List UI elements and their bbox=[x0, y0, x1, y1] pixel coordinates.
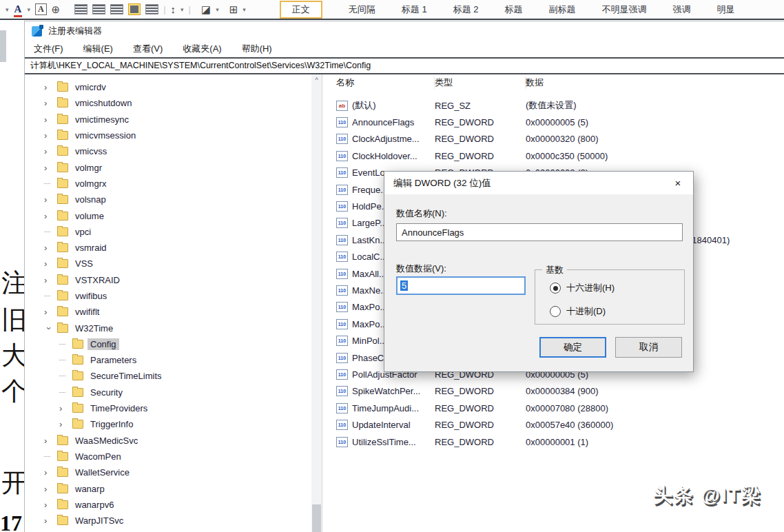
tree-item[interactable]: › WaaSMedicSvc bbox=[25, 433, 322, 449]
radio-decimal[interactable]: 十进制(D) bbox=[400, 305, 606, 318]
chevron-icon[interactable] bbox=[59, 344, 70, 345]
menu-item[interactable]: 收藏夹(A) bbox=[183, 43, 221, 55]
align-left-icon[interactable] bbox=[74, 4, 87, 14]
justify-icon-selected[interactable] bbox=[128, 3, 141, 15]
chevron-icon[interactable]: › bbox=[44, 211, 54, 221]
line-spacing-caret-icon[interactable]: ▾ bbox=[180, 6, 184, 13]
column-header-name[interactable]: 名称 bbox=[336, 76, 435, 89]
address-bar[interactable]: 计算机\HKEY_LOCAL_MACHINE\SYSTEM\CurrentCon… bbox=[25, 57, 784, 74]
chevron-icon[interactable]: › bbox=[44, 307, 54, 317]
tree-item-label[interactable]: vmicvmsession bbox=[72, 130, 138, 141]
scroll-up-icon[interactable]: ^ bbox=[311, 74, 322, 85]
tree-item-label[interactable]: wanarp bbox=[72, 483, 107, 495]
chevron-icon[interactable]: › bbox=[59, 419, 70, 429]
tree-item[interactable]: vpci bbox=[25, 224, 322, 240]
tree-item[interactable]: › WarpJITSvc bbox=[25, 513, 322, 529]
radio-off-icon[interactable] bbox=[550, 306, 561, 317]
cancel-button[interactable]: 取消 bbox=[615, 337, 682, 358]
tree-item-label[interactable]: WarpJITSvc bbox=[72, 515, 126, 526]
chevron-icon[interactable]: › bbox=[44, 467, 54, 478]
chevron-icon[interactable]: › bbox=[44, 194, 54, 205]
shading-icon[interactable]: ◪ bbox=[201, 4, 211, 14]
tree-item-label[interactable]: wanarpv6 bbox=[72, 499, 116, 511]
style-gallery-item[interactable]: 副标题 bbox=[548, 3, 575, 16]
value-name-field[interactable]: AnnounceFlags bbox=[396, 223, 683, 241]
menu-item[interactable]: 文件(F) bbox=[34, 43, 63, 55]
chevron-icon[interactable] bbox=[59, 376, 70, 376]
tree-scrollbar[interactable]: ^ bbox=[311, 74, 322, 532]
tree-item[interactable]: › wanarpv6 bbox=[25, 497, 322, 513]
chevron-icon[interactable]: › bbox=[44, 243, 54, 253]
column-header-type[interactable]: 类型 bbox=[435, 76, 526, 89]
tree-item-label[interactable]: TriggerInfo bbox=[87, 418, 136, 430]
tree-item[interactable]: › W32Time bbox=[25, 320, 322, 336]
value-row[interactable]: ab(默认) REG_SZ (数值未设置) bbox=[322, 97, 784, 114]
tree-item[interactable]: › volsnap bbox=[25, 192, 322, 207]
chevron-icon[interactable]: › bbox=[44, 275, 54, 285]
chevron-icon[interactable]: › bbox=[44, 163, 54, 173]
enclose-character-icon[interactable]: ⊕ bbox=[52, 4, 61, 14]
menu-item[interactable]: 查看(V) bbox=[133, 43, 163, 55]
tree-item[interactable]: › volume bbox=[25, 207, 322, 223]
style-gallery-item[interactable]: 明显 bbox=[716, 3, 734, 16]
tree-item-label[interactable]: vwifibus bbox=[72, 290, 110, 302]
tree-item-label[interactable]: W32Time bbox=[72, 323, 116, 334]
style-gallery-item[interactable]: 无间隔 bbox=[349, 3, 375, 16]
tree-item-label[interactable]: SecureTimeLimits bbox=[87, 370, 165, 382]
chevron-icon[interactable]: › bbox=[44, 436, 54, 446]
chevron-icon[interactable]: › bbox=[44, 98, 54, 108]
tree-item-label[interactable]: vwififlt bbox=[72, 306, 102, 318]
tree-item-label[interactable]: TimeProviders bbox=[87, 402, 150, 414]
chevron-icon[interactable]: › bbox=[44, 258, 54, 269]
tree-item[interactable]: Parameters bbox=[25, 352, 322, 368]
tree-item-label[interactable]: WaaSMedicSvc bbox=[72, 435, 141, 447]
value-row[interactable]: 110ClockAdjustme... REG_DWORD 0x00000320… bbox=[322, 131, 784, 147]
tree-item[interactable]: › vmicrdv bbox=[25, 79, 322, 95]
tree-item[interactable]: › VSTXRAID bbox=[25, 272, 322, 288]
tree-item[interactable]: › vwififlt bbox=[25, 304, 322, 320]
tree-item-label[interactable]: volume bbox=[72, 210, 107, 222]
line-spacing-icon[interactable]: ↕ bbox=[171, 4, 176, 14]
tree-item-label[interactable]: VSTXRAID bbox=[72, 274, 123, 286]
tree-item[interactable]: › vmicshutdown bbox=[25, 95, 322, 111]
font-color-caret-icon[interactable]: ▾ bbox=[27, 6, 30, 13]
tree-item[interactable]: › volmgr bbox=[25, 159, 322, 175]
tree-item[interactable]: › VSS bbox=[25, 256, 322, 272]
style-gallery-item[interactable]: 正文 bbox=[280, 1, 322, 19]
tree-item[interactable]: › vmictimesync bbox=[25, 112, 322, 127]
chevron-icon[interactable]: › bbox=[44, 515, 54, 526]
tree-item-label[interactable]: Security bbox=[87, 387, 125, 398]
column-header-data[interactable]: 数据 bbox=[526, 76, 784, 89]
shading-caret-icon[interactable]: ▾ bbox=[216, 6, 219, 13]
dialog-titlebar[interactable]: 编辑 DWORD (32 位)值 × bbox=[384, 172, 693, 194]
tree-item[interactable]: Config bbox=[25, 336, 322, 352]
scrollbar-thumb[interactable] bbox=[312, 504, 321, 532]
chevron-icon[interactable] bbox=[44, 296, 54, 296]
borders-icon[interactable]: ⊞ bbox=[229, 4, 238, 14]
tree-item-label[interactable]: WacomPen bbox=[72, 451, 124, 462]
borders-caret-icon[interactable]: ▾ bbox=[243, 6, 246, 13]
tree-item-label[interactable]: vpci bbox=[72, 226, 94, 238]
chevron-icon[interactable]: › bbox=[44, 130, 54, 141]
chevron-icon[interactable]: › bbox=[44, 484, 54, 494]
tree-item[interactable]: › TriggerInfo bbox=[25, 416, 322, 432]
chevron-icon[interactable] bbox=[44, 183, 54, 184]
tree-item-label[interactable]: vmictimesync bbox=[72, 114, 132, 125]
style-gallery-item[interactable]: 强调 bbox=[672, 3, 690, 16]
distribute-icon[interactable] bbox=[145, 4, 158, 14]
window-titlebar[interactable]: 注册表编辑器 bbox=[25, 21, 784, 41]
ok-button[interactable]: 确定 bbox=[539, 337, 606, 358]
chevron-icon[interactable] bbox=[44, 232, 54, 232]
tree-item-label[interactable]: volmgrx bbox=[72, 178, 110, 190]
chevron-icon[interactable]: › bbox=[44, 146, 54, 156]
font-color-icon[interactable]: A bbox=[14, 4, 23, 14]
tree-item[interactable]: › vsmraid bbox=[25, 240, 322, 256]
tree-item-label[interactable]: Parameters bbox=[87, 354, 139, 366]
dropdown-caret-icon[interactable]: ▾ bbox=[6, 6, 9, 13]
chevron-icon[interactable] bbox=[59, 392, 70, 393]
menu-item[interactable]: 编辑(E) bbox=[83, 43, 113, 55]
chevron-icon[interactable]: › bbox=[59, 403, 70, 413]
align-right-icon[interactable] bbox=[110, 4, 123, 14]
value-row[interactable]: 110ClockHoldover... REG_DWORD 0x0000c350… bbox=[322, 147, 784, 164]
tree-item[interactable]: › wanarp bbox=[25, 480, 322, 496]
